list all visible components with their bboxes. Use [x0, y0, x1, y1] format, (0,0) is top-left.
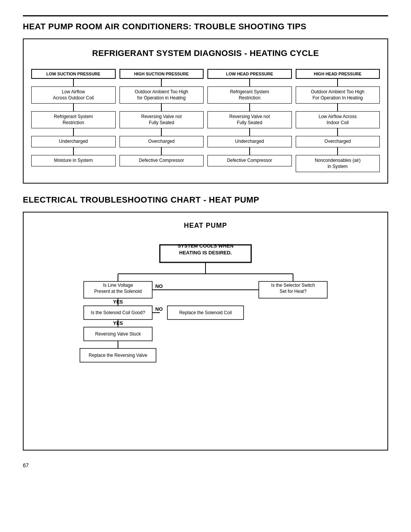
col-high-head: HIGH HEAD PRESSURE Outdoor Ambient Too H… — [296, 69, 380, 172]
line1 — [337, 79, 338, 86]
header-high-head: HIGH HEAD PRESSURE — [296, 69, 380, 79]
col-high-suction: HIGH SUCTION PRESSURE Outdoor Ambient To… — [119, 69, 204, 172]
svg-text:NO: NO — [155, 283, 163, 289]
node-reversing-valve-2: Reversing Valve notFully Seated — [207, 111, 292, 128]
node-moisture: Moisture in System — [31, 155, 116, 166]
refrigerant-columns: LOW SUCTION PRESSURE Low AirflowAcross O… — [31, 69, 380, 172]
electrical-section-title: ELECTRICAL TROUBLESHOOTING CHART - HEAT … — [23, 195, 388, 205]
line3 — [161, 128, 162, 136]
svg-text:Is the Selector Switch: Is the Selector Switch — [271, 283, 315, 288]
svg-text:Present at the Solenoid: Present at the Solenoid — [94, 289, 142, 294]
header-low-head: LOW HEAD PRESSURE — [207, 69, 292, 79]
node-overcharged-1: Overcharged — [119, 136, 204, 147]
node-reversing-valve-1: Reversing Valve notFully Seated — [119, 111, 204, 128]
svg-text:Is the Solenoid Coil Good?: Is the Solenoid Coil Good? — [91, 310, 145, 315]
line3 — [249, 128, 250, 136]
page-number: 67 — [23, 462, 29, 468]
refrigerant-diagram-title: REFRIGERANT SYSTEM DIAGNOSIS - HEATING C… — [31, 48, 380, 58]
line3 — [337, 128, 338, 136]
page-title: HEAT PUMP ROOM AIR CONDITIONERS: TROUBLE… — [23, 15, 388, 32]
node-low-airflow-outdoor: Low AirflowAcross Outdoor Coil — [31, 86, 116, 104]
line3 — [73, 128, 74, 136]
node-refrig-restriction-2: Refrigerant SystemRestriction — [207, 86, 292, 104]
line1 — [161, 79, 162, 86]
line2 — [73, 104, 74, 111]
node-outdoor-ambient-high-2: Outdoor Ambient Too HighFor Operation In… — [296, 86, 380, 104]
svg-text:NO: NO — [155, 306, 163, 312]
node-outdoor-ambient-high-1: Outdoor Ambient Too Highfor Operation in… — [119, 86, 204, 104]
col-low-suction: LOW SUCTION PRESSURE Low AirflowAcross O… — [31, 69, 116, 172]
svg-text:Set for Heat?: Set for Heat? — [280, 289, 307, 294]
header-high-suction: HIGH SUCTION PRESSURE — [119, 69, 204, 79]
page-number-area: 67 — [23, 462, 388, 469]
line2 — [249, 104, 250, 111]
line4 — [73, 147, 74, 155]
svg-text:Replace the Reversing Valve: Replace the Reversing Valve — [89, 353, 147, 358]
electrical-section: HEAT PUMPSYSTEM COOLS WHENHEATING IS DES… — [23, 212, 388, 451]
line4 — [337, 147, 338, 155]
col-low-head: LOW HEAD PRESSURE Refrigerant SystemRest… — [207, 69, 292, 172]
line4 — [161, 147, 162, 155]
svg-text:YES: YES — [113, 320, 123, 326]
svg-text:Replace the Solenoid Coil: Replace the Solenoid Coil — [179, 310, 232, 315]
line4 — [249, 147, 250, 155]
electrical-flowchart-svg: SYSTEM COOLS WHENHEATING IS DESIRED.Is L… — [34, 233, 377, 439]
elec-diagram-title: HEAT PUMP — [31, 222, 380, 230]
node-noncondensables: Noncondensables (air)in System — [296, 155, 380, 172]
node-defective-compressor-2: Defective Compressor — [207, 155, 292, 166]
svg-text:Reversing Valve Stuck: Reversing Valve Stuck — [95, 331, 141, 337]
svg-text:HEATING IS DESIRED.: HEATING IS DESIRED. — [179, 250, 232, 256]
line2 — [161, 104, 162, 111]
node-low-airflow-indoor: Low Airflow AcrossIndoor Coil — [296, 111, 380, 128]
node-undercharged-1: Undercharged — [31, 136, 116, 147]
refrigerant-section: REFRIGERANT SYSTEM DIAGNOSIS - HEATING C… — [23, 38, 388, 184]
svg-text:YES: YES — [113, 299, 123, 305]
line2 — [337, 104, 338, 111]
line1 — [73, 79, 74, 86]
node-overcharged-2: Overcharged — [296, 136, 380, 147]
node-defective-compressor-1: Defective Compressor — [119, 155, 204, 166]
node-undercharged-2: Undercharged — [207, 136, 292, 147]
svg-text:SYSTEM COOLS WHEN: SYSTEM COOLS WHEN — [178, 243, 234, 249]
node-refrig-restriction-1: Refrigerant SystemRestriction — [31, 111, 116, 128]
line1 — [249, 79, 250, 86]
svg-text:Is Line Voltage: Is Line Voltage — [103, 283, 133, 288]
header-low-suction: LOW SUCTION PRESSURE — [31, 69, 116, 79]
